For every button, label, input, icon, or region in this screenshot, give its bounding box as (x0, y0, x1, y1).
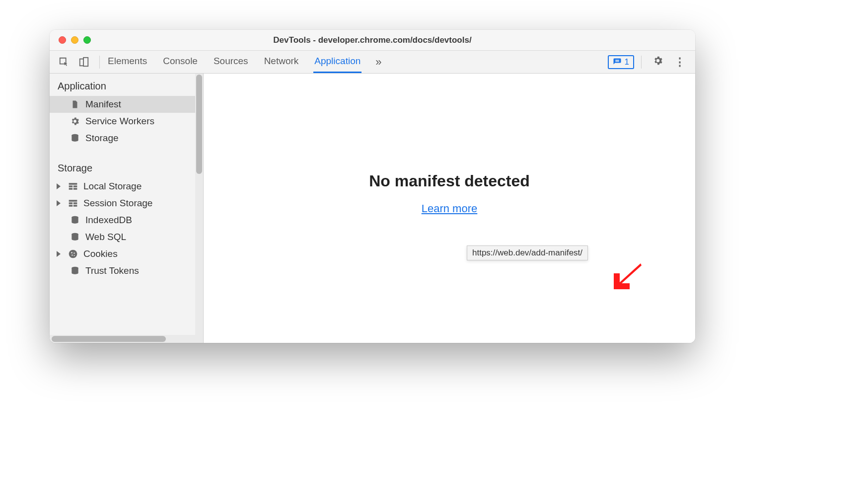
sidebar-item-label: Cookies (83, 248, 118, 259)
database-icon (70, 133, 80, 144)
svg-point-8 (72, 254, 72, 255)
sidebar-item-websql[interactable]: Web SQL (50, 229, 203, 246)
sidebar-horizontal-scrollbar[interactable] (50, 335, 203, 343)
tab-elements[interactable]: Elements (107, 51, 148, 73)
tab-sources[interactable]: Sources (213, 51, 249, 73)
svg-point-9 (74, 255, 75, 256)
sidebar-item-storage[interactable]: Storage (50, 130, 203, 147)
tab-network[interactable]: Network (263, 51, 300, 73)
gear-icon (70, 116, 80, 127)
sidebar-item-cookies[interactable]: Cookies (50, 246, 203, 262)
more-tabs-button[interactable]: » (370, 53, 386, 72)
devtools-window: DevTools - developer.chrome.com/docs/dev… (50, 30, 695, 343)
panel-body: Application Manifest Service Workers Sto… (50, 74, 695, 343)
file-icon (70, 99, 80, 110)
database-icon (70, 215, 80, 226)
separator (99, 56, 100, 69)
devtools-toolbar: Elements Console Sources Network Applica… (50, 51, 695, 74)
traffic-lights (50, 36, 91, 44)
link-tooltip: https://web.dev/add-manifest/ (467, 246, 588, 260)
learn-more-link[interactable]: Learn more (422, 202, 478, 215)
titlebar: DevTools - developer.chrome.com/docs/dev… (50, 30, 695, 51)
empty-state: No manifest detected Learn more (369, 172, 530, 215)
manifest-pane: No manifest detected Learn more https://… (204, 74, 695, 343)
svg-rect-1 (83, 57, 88, 66)
chat-icon (613, 58, 622, 67)
sidebar-item-trust-tokens[interactable]: Trust Tokens (50, 262, 203, 279)
sidebar-item-label: Storage (85, 133, 119, 144)
panel-tabs: Elements Console Sources Network Applica… (107, 51, 362, 73)
gear-icon (652, 55, 663, 66)
application-sidebar: Application Manifest Service Workers Sto… (50, 74, 204, 343)
tab-application[interactable]: Application (313, 51, 362, 73)
issues-count: 1 (625, 57, 629, 67)
sidebar-item-label: Trust Tokens (85, 265, 139, 276)
sidebar-item-label: Manifest (85, 99, 121, 110)
window-maximize-button[interactable] (83, 36, 91, 44)
chevron-right-icon (57, 200, 61, 206)
settings-button[interactable] (649, 53, 667, 71)
sidebar-item-label: Local Storage (83, 181, 142, 192)
issues-button[interactable]: 1 (608, 55, 634, 69)
svg-point-7 (73, 252, 74, 253)
sidebar-item-label: IndexedDB (85, 215, 132, 226)
sidebar-item-service-workers[interactable]: Service Workers (50, 113, 203, 130)
database-icon (70, 232, 80, 243)
sidebar-item-indexeddb[interactable]: IndexedDB (50, 212, 203, 229)
section-application: Application (50, 74, 203, 96)
svg-point-6 (71, 252, 72, 253)
kebab-icon: ⋮ (674, 56, 685, 68)
table-icon (68, 198, 78, 209)
section-storage: Storage (50, 156, 203, 178)
tab-console[interactable]: Console (162, 51, 199, 73)
window-close-button[interactable] (59, 36, 66, 44)
window-minimize-button[interactable] (71, 36, 78, 44)
table-icon (68, 181, 78, 192)
sidebar-item-label: Session Storage (83, 198, 152, 209)
device-toolbar-icon[interactable] (75, 55, 92, 70)
sidebar-item-manifest[interactable]: Manifest (50, 96, 203, 113)
chevron-right-icon (57, 183, 61, 189)
separator (641, 56, 642, 69)
sidebar-item-label: Web SQL (85, 232, 126, 243)
sidebar-item-label: Service Workers (85, 116, 154, 127)
empty-state-heading: No manifest detected (369, 172, 530, 190)
database-icon (70, 265, 80, 276)
sidebar-vertical-scrollbar[interactable] (195, 74, 203, 343)
window-title: DevTools - developer.chrome.com/docs/dev… (50, 35, 695, 45)
sidebar-item-session-storage[interactable]: Session Storage (50, 195, 203, 212)
more-options-button[interactable]: ⋮ (670, 54, 689, 71)
cookie-icon (68, 248, 78, 259)
inspect-element-icon[interactable] (56, 55, 72, 70)
scrollbar-thumb[interactable] (52, 336, 166, 342)
svg-point-5 (69, 250, 77, 258)
chevron-right-icon (57, 251, 61, 257)
sidebar-item-local-storage[interactable]: Local Storage (50, 178, 203, 195)
scrollbar-thumb[interactable] (196, 75, 202, 174)
